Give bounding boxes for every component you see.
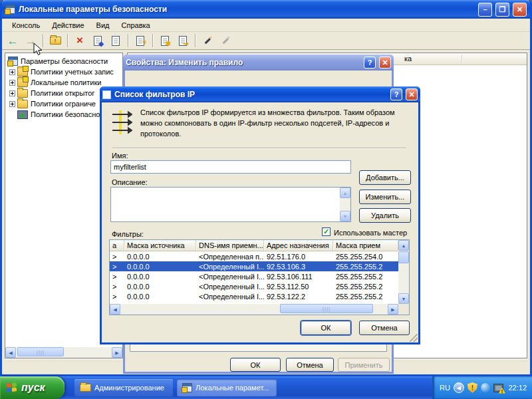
scroll-down-icon[interactable]: ▼ — [340, 211, 350, 221]
back-icon[interactable]: ← — [5, 33, 21, 48]
table-row-selected[interactable]: >0.0.0.0<Определенный I...92.53.106.3255… — [110, 261, 398, 271]
assign-policy-icon[interactable] — [200, 33, 215, 48]
scroll-right-icon[interactable]: ▶ — [388, 304, 398, 315]
column-header-fragment[interactable]: а — [110, 240, 124, 251]
use-wizard-label: Использовать мастер — [334, 229, 407, 237]
tree-item-label: Политики безопасно — [31, 110, 100, 118]
column-header-dest-dns[interactable]: DNS-имя приемн... — [196, 240, 264, 251]
taskbar-item-administration[interactable]: Администрирование — [74, 379, 173, 396]
close-button[interactable]: ✕ — [513, 3, 527, 17]
windows-logo-icon — [7, 382, 17, 394]
delete-icon[interactable]: × — [72, 33, 88, 48]
properties-apply-button: Применить — [338, 358, 390, 372]
filter-cancel-button[interactable]: Отмена — [359, 321, 410, 335]
separator — [112, 148, 406, 149]
column-divider[interactable] — [462, 55, 462, 63]
filter-dialog-title: Список фильтров IP — [114, 90, 387, 99]
taskbar-item-local-security[interactable]: Локальные парамет... — [177, 379, 277, 396]
expand-icon[interactable] — [9, 69, 15, 75]
scroll-left-icon[interactable]: ◀ — [110, 304, 120, 315]
table-horizontal-scrollbar[interactable]: ◀ |||| ▶ — [110, 304, 398, 315]
clock[interactable]: 22:12 — [508, 384, 527, 392]
tree-item-label: Политики ограниче — [31, 100, 96, 108]
toolbar-separator — [195, 34, 196, 47]
help-button[interactable]: ? — [364, 57, 376, 68]
security-shield-icon[interactable]: ! — [467, 382, 477, 393]
up-one-level-icon[interactable]: ↑ — [47, 33, 63, 48]
start-label: пуск — [21, 382, 45, 394]
properties-icon[interactable]: ◆ — [90, 33, 106, 48]
toolbar-separator — [152, 34, 153, 47]
properties-cancel-button[interactable]: Отмена — [286, 358, 334, 372]
menu-help[interactable]: Справка — [116, 20, 156, 31]
main-titlebar: Локальные параметры безопасности – ❐ ✕ — [2, 0, 530, 19]
folder-icon — [80, 384, 91, 392]
description-textarea[interactable] — [111, 188, 340, 221]
table-vertical-scrollbar[interactable]: ▲ ▼ — [398, 240, 409, 304]
properties-dialog-title: Свойства: Изменить правило — [126, 58, 360, 67]
close-button[interactable]: ✕ — [406, 88, 418, 100]
table-row[interactable]: >0.0.0.0<Определенный I...92.53.112.5025… — [110, 281, 398, 291]
help-button[interactable]: ? — [390, 88, 402, 100]
security-settings-icon — [182, 383, 192, 392]
folder-lock-icon — [17, 68, 28, 76]
expand-icon[interactable] — [9, 101, 15, 107]
network-globe-icon[interactable] — [481, 383, 490, 392]
resize-grip[interactable] — [410, 334, 418, 342]
menu-view[interactable]: Вид — [90, 20, 116, 31]
textarea-scrollbar[interactable]: ▲ ▼ — [340, 188, 350, 221]
filter-dialog-body: Список фильтров IP формируется из множес… — [102, 102, 418, 342]
scroll-left-icon[interactable]: ◀ — [5, 347, 16, 358]
maximize-button[interactable]: ❐ — [495, 3, 509, 17]
vm-tools-warning-icon[interactable]: ! — [493, 384, 503, 392]
tree-horizontal-scrollbar[interactable]: ◀ |||| ▶ — [5, 347, 122, 358]
filter-ok-button[interactable]: ОК — [301, 321, 351, 335]
security-settings-icon — [8, 57, 18, 66]
scroll-down-icon[interactable]: ▼ — [398, 293, 409, 304]
system-tray: RU ◀ ! ! 22:12 — [432, 376, 532, 399]
filter-dialog-titlebar: Список фильтров IP ? ✕ — [100, 86, 420, 102]
scroll-up-icon[interactable]: ▲ — [398, 240, 409, 251]
table-row[interactable]: >0.0.0.0<Определенный I...92.53.106.1112… — [110, 271, 398, 281]
menu-action[interactable]: Действие — [46, 20, 90, 31]
add-button[interactable]: Добавить... — [359, 170, 411, 185]
properties-dialog-titlebar: Свойства: Изменить правило ? ✕ — [123, 55, 394, 70]
column-header-dest-mask[interactable]: Маска прием — [333, 240, 398, 251]
mouse-cursor — [33, 43, 43, 57]
expand-icon[interactable] — [9, 80, 15, 86]
scroll-right-icon[interactable]: ▶ — [112, 347, 122, 358]
remove-button[interactable]: Удалить — [359, 208, 411, 223]
column-header-dest-address[interactable]: Адрес назначения — [264, 240, 333, 251]
close-button[interactable]: ✕ — [379, 57, 391, 68]
table-row[interactable]: >0.0.0.0<Определенная п...92.51.176.0255… — [110, 251, 398, 261]
column-header-fragment: ка — [404, 55, 412, 63]
hide-icons-chevron-icon[interactable]: ◀ — [454, 382, 464, 393]
table-row[interactable]: >0.0.0.0<Определенный I...92.53.122.2255… — [110, 291, 398, 301]
minimize-button[interactable]: – — [478, 3, 492, 17]
column-header-source-mask[interactable]: Маска источника — [124, 240, 196, 251]
tree-root-label: Параметры безопасности — [21, 57, 108, 65]
filters-label: Фильтры: — [112, 230, 144, 238]
filter-dialog-description: Список фильтров IP формируется из множес… — [140, 108, 406, 140]
expand-icon[interactable] — [9, 90, 15, 96]
help-icon[interactable]: ? — [132, 33, 148, 48]
security-settings-icon — [5, 5, 15, 14]
properties-ok-button[interactable]: ОК — [230, 358, 281, 372]
use-wizard-checkbox[interactable]: ✓ — [322, 227, 331, 236]
export-list-icon[interactable]: → — [108, 33, 124, 48]
menu-console[interactable]: Консоль — [6, 20, 46, 31]
start-button[interactable]: пуск — [0, 376, 65, 399]
toolbar: ← → ↑ × ◆ → ? ✱ ⇒ — [2, 32, 530, 50]
toolbar-separator — [128, 34, 128, 47]
toolbar-separator — [67, 34, 68, 47]
name-input[interactable] — [110, 160, 351, 174]
dialog-icon — [102, 90, 111, 99]
language-indicator[interactable]: RU — [440, 384, 450, 392]
scroll-up-icon[interactable]: ▲ — [340, 188, 350, 198]
description-label: Описание: — [112, 178, 148, 186]
new-policy-icon[interactable]: ✱ — [157, 33, 173, 48]
edit-button[interactable]: Изменить... — [359, 190, 411, 204]
taskbar: пуск Администрирование Локальные парамет… — [0, 376, 532, 399]
filter-table: а Маска источника DNS-имя приемн... Адре… — [109, 239, 410, 315]
manage-filter-lists-icon[interactable]: ⇒ — [175, 33, 191, 48]
